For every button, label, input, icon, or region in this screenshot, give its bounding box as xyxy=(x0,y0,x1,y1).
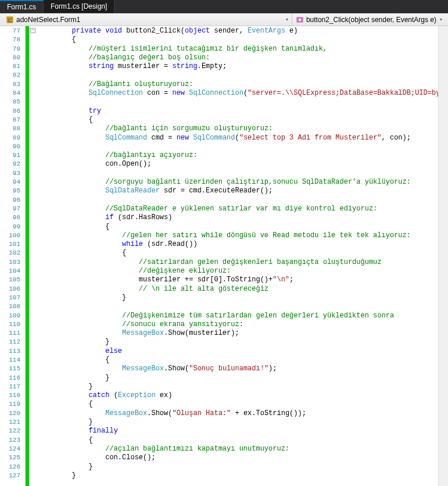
member-dropdown[interactable]: button2_Click(object sender, EventArgs e… xyxy=(292,13,448,26)
line-number: 101 xyxy=(0,240,25,249)
code-line[interactable]: else xyxy=(38,347,438,356)
tab-form1-design[interactable]: Form1.cs [Design] xyxy=(44,0,114,13)
line-number: 100 xyxy=(0,231,25,240)
code-line[interactable]: con.Close(); xyxy=(38,453,438,462)
code-line[interactable]: SqlConnection con = new SqlConnection("s… xyxy=(38,89,438,98)
class-icon: C xyxy=(6,16,14,24)
tab-label: Form1.cs xyxy=(7,3,36,11)
line-number: 118 xyxy=(0,391,25,400)
line-number: 99 xyxy=(0,223,25,231)
code-line[interactable]: MessageBox.Show("Sonuç bulunamadı!"); xyxy=(38,364,438,373)
code-line[interactable]: MessageBox.Show("Oluşan Hata:" + ex.ToSt… xyxy=(38,409,438,418)
line-number: 88 xyxy=(0,124,25,133)
code-line[interactable] xyxy=(38,71,438,80)
code-line[interactable]: finally xyxy=(38,427,438,435)
class-name: adoNetSelect.Form1 xyxy=(16,16,80,24)
tab-form1-cs[interactable]: Form1.cs xyxy=(0,0,44,13)
line-number: 105 xyxy=(0,276,25,284)
code-line[interactable]: { xyxy=(38,400,438,409)
line-number: 81 xyxy=(0,62,25,71)
code-line[interactable]: { xyxy=(38,35,438,44)
code-line[interactable]: } xyxy=(38,471,438,480)
code-line[interactable]: MessageBox.Show(musteriler); xyxy=(38,329,438,338)
class-dropdown[interactable]: C adoNetSelect.Form1 ▾ xyxy=(0,15,292,25)
line-number: 90 xyxy=(0,142,25,151)
code-line[interactable]: try xyxy=(38,107,438,116)
code-line[interactable]: musteriler += sdr[0].ToString()+"\n"; xyxy=(38,276,438,284)
code-line[interactable]: //başlangıç değeri boş olsun: xyxy=(38,53,438,62)
code-line[interactable]: while (sdr.Read()) xyxy=(38,240,438,249)
line-number: 93 xyxy=(0,169,25,178)
line-number: 83 xyxy=(0,80,25,89)
code-line[interactable]: //müşteri isimlerini tutacağımız bir değ… xyxy=(38,45,438,53)
line-number: 125 xyxy=(0,453,25,462)
code-line[interactable]: //sonucu ekrana yansıtıyoruz: xyxy=(38,320,438,329)
code-line[interactable]: } xyxy=(38,294,438,302)
fold-toggle[interactable]: − xyxy=(30,28,35,33)
code-line[interactable]: { xyxy=(38,116,438,124)
code-line[interactable] xyxy=(38,169,438,178)
line-number: 113 xyxy=(0,347,25,356)
line-number: 127 xyxy=(0,471,25,480)
method-icon xyxy=(296,16,304,24)
code-line[interactable]: //Bağlantı oluşturuyoruz: xyxy=(38,80,438,89)
code-line[interactable]: //bağlantı için sorgumuzu oluşturuyoruz: xyxy=(38,124,438,133)
line-number: 117 xyxy=(0,383,25,391)
line-number: 111 xyxy=(0,329,25,338)
code-line[interactable]: con.Open(); xyxy=(38,160,438,169)
code-line[interactable] xyxy=(38,98,438,106)
line-number: 98 xyxy=(0,213,25,222)
line-number: 110 xyxy=(0,320,25,329)
code-line[interactable]: private void button2_Click(object sender… xyxy=(38,27,438,35)
code-line[interactable]: } xyxy=(38,418,438,427)
code-text-area[interactable]: private void button2_Click(object sender… xyxy=(37,26,438,486)
code-line[interactable]: string musteriler = string.Empty; xyxy=(38,62,438,71)
code-line[interactable]: //bağlantıyı açıyoruz: xyxy=(38,151,438,160)
line-number: 119 xyxy=(0,400,25,409)
code-line[interactable]: } xyxy=(38,374,438,383)
line-number: 121 xyxy=(0,418,25,427)
code-line[interactable] xyxy=(38,302,438,311)
code-line[interactable]: //sorguyu bağlantı üzerinden çalıştırıp,… xyxy=(38,178,438,187)
code-line[interactable]: //SqlDataReader e yüklenen satırlar var … xyxy=(38,205,438,213)
line-number: 80 xyxy=(0,53,25,62)
code-line[interactable]: SqlCommand cmd = new SqlCommand("select … xyxy=(38,134,438,142)
code-line[interactable]: if (sdr.HasRows) xyxy=(38,213,438,222)
code-line[interactable]: } xyxy=(38,338,438,346)
svg-point-3 xyxy=(299,19,301,21)
line-number: 114 xyxy=(0,356,25,364)
code-line[interactable]: //Değişkenimize tüm satırlardan gelen de… xyxy=(38,312,438,320)
code-line[interactable]: { xyxy=(38,249,438,258)
line-number: 77 xyxy=(0,27,25,35)
code-line[interactable]: //satırlardan gelen değişkenleri başangı… xyxy=(38,258,438,267)
navigation-bar: C adoNetSelect.Form1 ▾ button2_Click(obj… xyxy=(0,13,448,26)
code-line[interactable] xyxy=(38,196,438,205)
code-line[interactable]: catch (Exception ex) xyxy=(38,391,438,400)
line-number: 92 xyxy=(0,160,25,169)
chevron-down-icon: ▾ xyxy=(286,17,292,22)
code-line[interactable] xyxy=(38,142,438,151)
code-line[interactable]: SqlDataReader sdr = cmd.ExecuteReader(); xyxy=(38,187,438,195)
line-number: 96 xyxy=(0,196,25,205)
vertical-scrollbar[interactable] xyxy=(438,26,448,486)
line-number: 94 xyxy=(0,178,25,187)
code-line[interactable]: { xyxy=(38,356,438,364)
code-editor[interactable]: 7778798081828384858687888990919293949596… xyxy=(0,26,448,486)
code-line[interactable]: } xyxy=(38,383,438,391)
line-number: 123 xyxy=(0,436,25,445)
tab-bar: Form1.cs Form1.cs [Design] xyxy=(0,0,448,13)
line-number: 89 xyxy=(0,134,25,142)
code-line[interactable]: //gelen her satırı while döngüsü ve Read… xyxy=(38,231,438,240)
code-line[interactable]: { xyxy=(38,436,438,445)
code-line[interactable]: { xyxy=(38,223,438,231)
code-line[interactable]: } xyxy=(38,463,438,471)
code-line[interactable]: //değişkene ekliyoruz: xyxy=(38,267,438,276)
line-number: 95 xyxy=(0,187,25,195)
line-number: 84 xyxy=(0,89,25,98)
code-line[interactable]: //açılan bağlantımızı kapatmayı unutmuyo… xyxy=(38,445,438,453)
line-number: 79 xyxy=(0,45,25,53)
code-line[interactable]: // \n ile alt alta göstereceğiz xyxy=(38,285,438,294)
line-number-gutter: 7778798081828384858687888990919293949596… xyxy=(0,26,26,486)
line-number: 126 xyxy=(0,463,25,471)
line-number: 120 xyxy=(0,409,25,418)
